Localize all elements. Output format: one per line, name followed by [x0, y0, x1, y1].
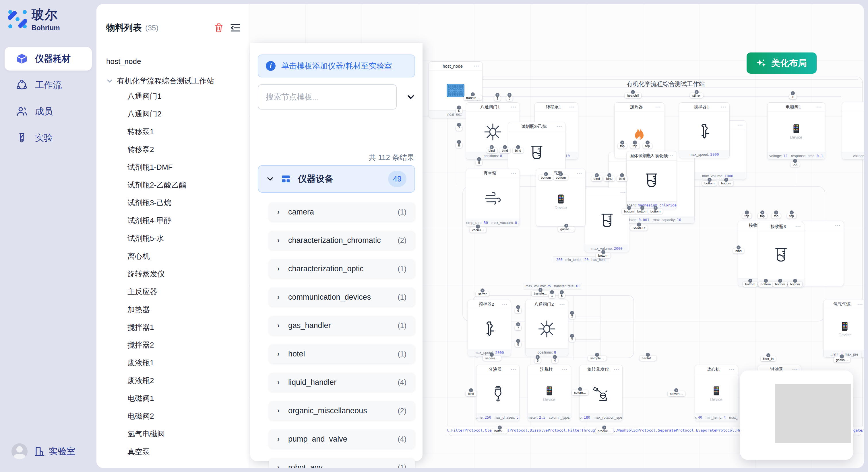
category-row-pump_and_valve[interactable]: ›pump_and_valve(4)	[269, 430, 415, 448]
user-avatar[interactable]	[11, 443, 28, 460]
canvas-node-接收瓶3[interactable]: 接收瓶3•••max_volume:250	[758, 222, 804, 287]
canvas-node-氢气气源[interactable]: 氢气气源•••Device_type:hydrogen	[823, 300, 864, 358]
port-pill-sample…[interactable]: sample…	[588, 356, 607, 361]
canvas-node-加热器[interactable]: 加热器•••	[614, 102, 664, 158]
port-pill-filter_in[interactable]: filter_in	[761, 356, 776, 361]
port-pill-6[interactable]: 6	[456, 108, 462, 113]
tree-item[interactable]: 试剂瓶4-甲醇	[106, 212, 246, 229]
port-pill-transfe…[interactable]: transfe…	[464, 95, 482, 100]
node-menu-icon[interactable]: •••	[569, 105, 575, 109]
canvas-node-洗脱柱[interactable]: 洗脱柱•••Devicediameter:2.5column_type:si	[528, 365, 571, 421]
tree-item[interactable]: 加热器	[106, 301, 246, 318]
tree-item[interactable]: 电磁阀2	[106, 407, 246, 425]
port-pill-gasso…[interactable]: gasso…	[558, 227, 575, 232]
tree-item[interactable]: 搅拌器1	[106, 318, 246, 336]
canvas-node[interactable]: •••voltage:12	[842, 102, 864, 160]
port-pill-8[interactable]: 8	[506, 96, 513, 101]
port-pill-bottom[interactable]: bottom	[596, 253, 611, 258]
port-pill-bottom[interactable]: bottom	[787, 281, 802, 287]
tree-item[interactable]: 氢气电磁阀	[106, 425, 246, 443]
canvas-node-真空泵[interactable]: 真空泵•••pump_rate:50max_vacuum:0.1	[466, 169, 520, 227]
tree-item[interactable]: 试剂瓶1-DMF	[106, 158, 246, 176]
collapse-list-icon[interactable]	[230, 24, 240, 32]
tree-item[interactable]: 八通阀门1	[106, 87, 246, 105]
port-pill-stirrer[interactable]: stirrer	[690, 93, 703, 98]
canvas-node-电磁阀1[interactable]: 电磁阀1•••Devicevoltage:12response_time:0.1	[767, 102, 825, 160]
tree-item[interactable]: 主反应器	[106, 283, 246, 301]
beautify-layout-button[interactable]: 美化布局	[747, 53, 817, 74]
canvas-node[interactable]: •••	[801, 221, 844, 286]
category-row-hotel[interactable]: ›hotel(1)	[269, 344, 415, 363]
port-pill-bind[interactable]: bind	[733, 248, 744, 254]
port-pill-bind[interactable]: bind	[499, 148, 510, 153]
port-pill-bottom[interactable]: bottom	[773, 281, 787, 287]
port-pill-8[interactable]: 8	[456, 143, 462, 148]
node-menu-icon[interactable]: •••	[511, 105, 517, 109]
tree-item[interactable]: 旋转蒸发仪	[106, 265, 246, 283]
tree-item[interactable]: 废液瓶2	[106, 372, 246, 390]
category-row-gas_handler[interactable]: ›gas_handler(1)	[269, 316, 415, 335]
port-pill-separa…[interactable]: separa…	[483, 356, 501, 361]
port-pill-bind[interactable]: bind	[486, 148, 497, 153]
port-pill-bottom[interactable]: bottom	[538, 175, 553, 180]
port-pill-top[interactable]: top	[772, 213, 781, 218]
sidebar-item-instruments[interactable]: 仪器耗材	[5, 47, 92, 71]
canvas-node-离心机[interactable]: 离心机•••Devicetemp:40min_temp:4max_spe	[694, 365, 738, 421]
node-menu-icon[interactable]: •••	[835, 224, 841, 228]
node-menu-icon[interactable]: •••	[577, 171, 582, 175]
tree-item[interactable]: 电磁阀1	[106, 390, 246, 407]
port-pill-1[interactable]: 1	[494, 96, 501, 101]
port-pill-top[interactable]: top	[787, 213, 796, 218]
canvas-node-分液器[interactable]: 分液器•••volume:250has_phases:true	[476, 365, 520, 421]
category-row-robot_agv[interactable]: ›robot_agv(1)	[269, 458, 415, 468]
port-pill-8[interactable]: 8	[559, 293, 565, 298]
tree-item[interactable]: 真空泵	[106, 443, 246, 461]
port-pill-bottom[interactable]: bottom	[553, 175, 568, 180]
template-search-input[interactable]	[258, 84, 397, 109]
port-pill-3[interactable]: 3	[569, 337, 575, 342]
port-pill-botto…[interactable]: botto…	[492, 429, 507, 434]
port-pill-out[interactable]: out	[790, 162, 800, 167]
sidebar-item-experiments[interactable]: 实验	[5, 126, 92, 150]
sidebar-item-members[interactable]: 成员	[5, 100, 92, 123]
port-pill-bottom[interactable]: bottom	[758, 281, 773, 287]
port-pill-top[interactable]: top	[618, 143, 627, 148]
port-pill-SolidOut[interactable]: SolidOut	[630, 225, 648, 231]
node-menu-icon[interactable]: •••	[655, 105, 661, 109]
canvas-node-搅拌器1[interactable]: 搅拌器1•••max_speed:2000	[679, 102, 730, 158]
category-row-liquid_handler[interactable]: ›liquid_handler(4)	[269, 373, 415, 392]
tree-item[interactable]: 试剂瓶5-水	[106, 229, 246, 247]
port-pill-transfe…[interactable]: transfe…	[532, 291, 550, 296]
port-pill-bind[interactable]: bind	[604, 176, 615, 181]
canvas-node-八通阀门2[interactable]: 八通阀门2•••positions:8	[525, 300, 568, 356]
sidebar-item-workflow[interactable]: 工作流	[5, 73, 92, 97]
port-pill-top[interactable]: top	[758, 213, 767, 218]
port-pill-heatchill[interactable]: heatchill	[625, 93, 641, 98]
port-pill-bottom[interactable]: bottom	[622, 209, 637, 214]
tree-group-row[interactable]: 有机化学流程综合测试工作站	[106, 74, 246, 87]
tree-item[interactable]: 试剂瓶3-己烷	[106, 194, 246, 212]
canvas-node-固体试剂瓶3-氯化镁[interactable]: 固体试剂瓶3-氯化镁•••agent:magnesium_chloride	[626, 151, 677, 209]
node-menu-icon[interactable]: •••	[510, 367, 516, 372]
port-pill-bind[interactable]: bind	[513, 148, 524, 153]
port-pill-1[interactable]: 1	[549, 293, 555, 298]
canvas-node[interactable]: •••max_volume:2000	[585, 188, 629, 252]
port-pill-8[interactable]: 8	[515, 342, 521, 347]
category-row-communication_devices[interactable]: ›communication_devices(1)	[269, 288, 415, 307]
chevron-down-icon[interactable]	[106, 77, 113, 84]
port-pill-top[interactable]: top	[630, 143, 640, 148]
category-row-camera[interactable]: ›camera(1)	[269, 202, 415, 222]
delete-icon[interactable]	[214, 23, 223, 32]
port-pill-bind[interactable]: bind	[466, 391, 476, 396]
node-menu-icon[interactable]: •••	[614, 367, 619, 372]
node-menu-icon[interactable]: •••	[474, 64, 479, 68]
port-pill-7[interactable]: 7	[456, 126, 462, 131]
category-row-characterization_optic[interactable]: ›characterization_optic(1)	[269, 259, 415, 278]
category-row-characterization_chromatic[interactable]: ›characterization_chromatic(2)	[269, 231, 415, 250]
category-row-organic_miscellaneous[interactable]: ›organic_miscellaneous(2)	[269, 401, 415, 420]
port-pill-4[interactable]: 4	[552, 358, 558, 363]
collapse-all-icon[interactable]	[406, 93, 415, 101]
tree-item[interactable]: 八通阀门2	[106, 105, 246, 123]
port-pill-colum…[interactable]: colum…	[572, 390, 588, 395]
port-pill-5[interactable]: 5	[534, 358, 541, 363]
